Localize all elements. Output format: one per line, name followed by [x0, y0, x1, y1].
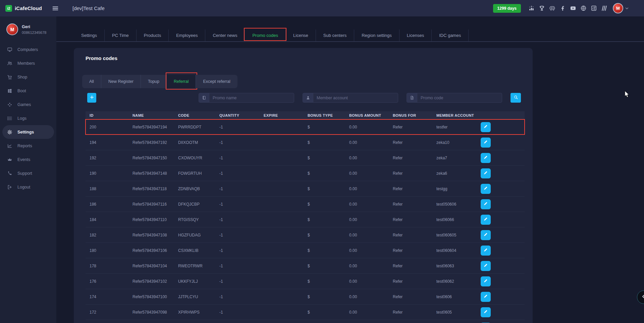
- edit-button[interactable]: [481, 215, 491, 225]
- tab-products[interactable]: Products: [137, 30, 169, 41]
- discord-icon[interactable]: [549, 5, 555, 11]
- sidebar-item-settings[interactable]: Settings: [2, 125, 54, 139]
- trophy-icon[interactable]: [539, 5, 545, 11]
- edit-button[interactable]: [481, 122, 491, 132]
- cell-bonus-amount: 0.00: [345, 171, 389, 176]
- cell-code: JJTPLCYU: [174, 294, 215, 299]
- cell-actions: [477, 230, 525, 240]
- edit-button[interactable]: [481, 168, 491, 178]
- sidebar-item-reports[interactable]: Reports: [0, 139, 56, 153]
- cell-code: XPIRHWPS: [174, 310, 215, 315]
- cell-quantity: -1: [215, 264, 260, 268]
- cell-bonus-for: Refer: [389, 233, 432, 237]
- chevron-down-icon[interactable]: [625, 6, 629, 11]
- promo-name-input[interactable]: [209, 93, 294, 102]
- filter-tab-all[interactable]: All: [82, 75, 101, 88]
- cell-name: Refer57843947150: [128, 156, 174, 160]
- tab-settings[interactable]: Settings: [74, 30, 105, 41]
- hamburger-menu-icon[interactable]: [52, 5, 59, 12]
- youtube-icon[interactable]: [570, 5, 576, 11]
- tab-region-settings[interactable]: Region settings: [354, 30, 399, 41]
- column-header-bonus-for: BONUS FOR: [389, 113, 432, 117]
- tab-licenses[interactable]: Licenses: [399, 30, 432, 41]
- filter-tab-new-register[interactable]: New Register: [101, 75, 141, 88]
- cell-quantity: -1: [215, 217, 260, 222]
- member-account-input[interactable]: [313, 93, 398, 102]
- facebook-icon[interactable]: [559, 5, 566, 11]
- edit-button[interactable]: [481, 153, 491, 163]
- filter-tab-topup[interactable]: Topup: [141, 75, 167, 88]
- sidebar-item-support[interactable]: Support: [0, 166, 56, 180]
- pencil-icon: [483, 278, 488, 284]
- edit-button[interactable]: [481, 138, 491, 148]
- column-header-expire: EXPIRE: [260, 113, 304, 117]
- search-button[interactable]: [511, 93, 521, 103]
- cell-name: Refer57843947148: [128, 171, 174, 176]
- edit-button[interactable]: [481, 292, 491, 302]
- sidebar-item-games[interactable]: Games: [0, 98, 56, 111]
- cell-member-account: zeka10: [432, 140, 477, 145]
- pencil-icon: [483, 201, 488, 207]
- windows-icon: [7, 88, 12, 94]
- tab-sub-centers[interactable]: Sub centers: [316, 30, 354, 41]
- cell-bonus-amount: 0.00: [345, 279, 389, 284]
- sidebar-item-computers[interactable]: Computers: [0, 43, 56, 56]
- cell-bonus-for: Refer: [389, 217, 432, 222]
- layers-icon[interactable]: [601, 5, 607, 11]
- cell-bonus-for: Refer: [389, 248, 432, 253]
- promo-codes-panel: Promo codes AllNew RegisterTopupReferral…: [74, 48, 533, 323]
- edit-button[interactable]: [481, 261, 491, 271]
- cell-quantity: -1: [215, 248, 260, 253]
- cell-actions: [477, 168, 525, 178]
- sidebar-item-logout[interactable]: Logout: [0, 180, 56, 194]
- tab-promo-codes[interactable]: Promo codes: [245, 30, 286, 41]
- edit-button[interactable]: [481, 307, 491, 317]
- cell-actions: [477, 307, 525, 317]
- cell-actions: [477, 122, 525, 132]
- tab-idc-games[interactable]: IDC games: [432, 30, 469, 41]
- table-row: 200Refer57843947194PWRRDDPT-1$0.00Refert…: [86, 119, 525, 135]
- cell-id: 186: [86, 202, 128, 207]
- icafecloud-icon[interactable]: [591, 5, 597, 11]
- cell-bonus-for: Refer: [389, 125, 432, 129]
- add-promo-button[interactable]: [87, 93, 96, 103]
- table-body: 200Refer57843947194PWRRDDPT-1$0.00Refert…: [86, 119, 525, 323]
- cell-bonus-for: Refer: [389, 186, 432, 191]
- edit-button[interactable]: [481, 199, 491, 209]
- sidebar-item-logs[interactable]: Logs: [0, 111, 56, 125]
- sidebar-item-shop[interactable]: Shop: [0, 70, 56, 84]
- cell-code: HGZFUDAG: [174, 233, 215, 237]
- promo-code-input[interactable]: [417, 93, 502, 102]
- cell-code: FOWGRTUH: [174, 171, 215, 176]
- pencil-icon: [483, 186, 488, 192]
- globe-icon[interactable]: [580, 5, 587, 11]
- days-remaining-badge[interactable]: 1299 days: [493, 4, 521, 13]
- cell-bonus-type: $: [304, 217, 345, 222]
- tab-employees[interactable]: Employees: [169, 30, 205, 41]
- filter-tab-except-referral[interactable]: Except referral: [196, 75, 237, 88]
- edit-button[interactable]: [481, 246, 491, 256]
- table-row: 188Refer57843947118ZDNBVAQB-1$0.00Refert…: [86, 181, 525, 197]
- cell-bonus-for: Refer: [389, 156, 432, 160]
- edit-button[interactable]: [481, 184, 491, 194]
- cell-id: 188: [86, 186, 128, 191]
- collapse-panel-button[interactable]: [637, 290, 644, 304]
- edit-button[interactable]: [481, 230, 491, 240]
- leaderboard-icon[interactable]: [528, 5, 535, 11]
- sidebar-item-events[interactable]: Events: [0, 153, 56, 166]
- sidebar-item-label: Reports: [17, 144, 32, 148]
- sidebar-item-label: Shop: [17, 75, 27, 79]
- edit-button[interactable]: [481, 276, 491, 286]
- avatar[interactable]: M: [613, 3, 623, 13]
- cell-id: 200: [86, 125, 128, 129]
- cell-id: 180: [86, 248, 128, 253]
- tab-pc-time[interactable]: PC Time: [105, 30, 137, 41]
- column-header-bonus-type: BONUS TYPE: [304, 113, 345, 117]
- sidebar-item-members[interactable]: Members: [0, 56, 56, 70]
- filter-tab-referral[interactable]: Referral: [167, 75, 196, 88]
- cell-id: 172: [86, 310, 128, 315]
- tab-center-news[interactable]: Center news: [205, 30, 245, 41]
- tab-license[interactable]: License: [286, 30, 316, 41]
- cell-quantity: -1: [215, 186, 260, 191]
- sidebar-item-boot[interactable]: Boot: [0, 84, 56, 98]
